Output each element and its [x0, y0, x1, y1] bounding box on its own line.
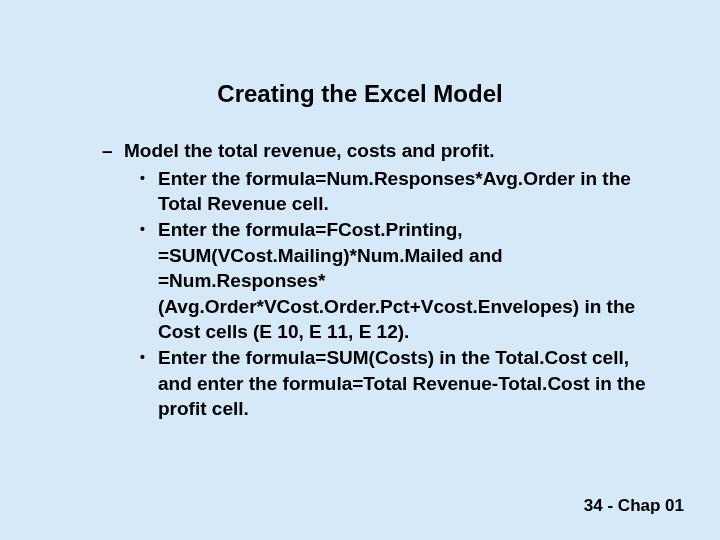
bullet-text: Enter the formula=SUM(Costs) in the Tota…	[158, 345, 660, 422]
dash-marker: –	[100, 138, 124, 164]
dash-text: Model the total revenue, costs and profi…	[124, 138, 660, 164]
slide-footer: 34 - Chap 01	[584, 496, 684, 516]
bullet-text: Enter the formula=FCost.Printing, =SUM(V…	[158, 217, 660, 345]
bullet-text: Enter the formula=Num.Responses*Avg.Orde…	[158, 166, 660, 217]
bullet-item: • Enter the formula=FCost.Printing, =SUM…	[140, 217, 660, 345]
slide: Creating the Excel Model – Model the tot…	[0, 0, 720, 540]
bullet-item: • Enter the formula=SUM(Costs) in the To…	[140, 345, 660, 422]
slide-content: – Model the total revenue, costs and pro…	[0, 138, 720, 422]
dash-list-item: – Model the total revenue, costs and pro…	[100, 138, 660, 164]
bullet-list: • Enter the formula=Num.Responses*Avg.Or…	[100, 166, 660, 422]
slide-title: Creating the Excel Model	[0, 0, 720, 138]
bullet-marker: •	[140, 166, 158, 191]
bullet-marker: •	[140, 217, 158, 242]
bullet-item: • Enter the formula=Num.Responses*Avg.Or…	[140, 166, 660, 217]
bullet-marker: •	[140, 345, 158, 370]
